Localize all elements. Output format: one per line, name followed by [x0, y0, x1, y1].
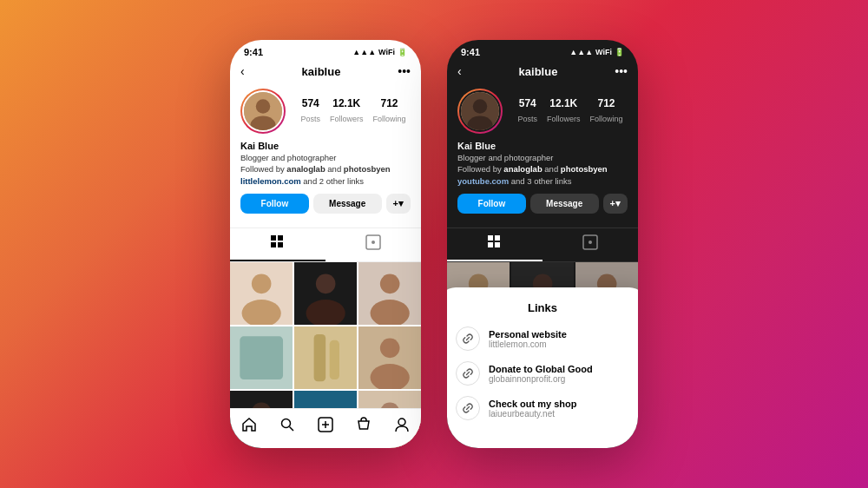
followers-label-light: Followers: [330, 115, 364, 123]
link-info-1: Personal website littlelemon.com: [489, 329, 567, 349]
following-number-dark: 712: [589, 97, 622, 109]
stat-following-dark[interactable]: 712 Following: [589, 97, 622, 125]
more-button-light[interactable]: •••: [398, 64, 411, 78]
avatar-light[interactable]: [240, 89, 286, 134]
person-button-dark[interactable]: +▾: [603, 194, 628, 214]
username-dark: kaiblue: [519, 65, 558, 78]
followers-label-dark: Followers: [547, 115, 581, 123]
stat-followers-light[interactable]: 12.1K Followers: [330, 97, 364, 125]
bio-link-light[interactable]: littlelemon.com: [240, 176, 301, 186]
username-light: kaiblue: [302, 65, 341, 78]
bio-followed-light: Followed by analoglab and photosbyen: [240, 164, 391, 174]
follow-button-dark[interactable]: Follow: [457, 194, 526, 214]
message-button-dark[interactable]: Message: [530, 194, 599, 214]
nav-add-light[interactable]: [317, 416, 334, 438]
link-title-1: Personal website: [489, 329, 567, 340]
grid-cell-2[interactable]: [294, 262, 357, 325]
svg-rect-22: [330, 340, 339, 379]
followers-number-dark: 12.1K: [547, 97, 581, 109]
tab-tag-dark[interactable]: [542, 228, 638, 261]
bio-link-dark[interactable]: youtube.com: [457, 176, 509, 186]
svg-rect-3: [271, 235, 276, 241]
svg-rect-19: [240, 336, 283, 379]
bio-link-suffix-light: and 2 other links: [301, 176, 364, 186]
link-url-1: littlelemon.com: [489, 340, 567, 349]
nav-bar-dark: ‹ kaiblue •••: [447, 61, 638, 83]
bio-name-dark: Kai Blue: [457, 141, 628, 151]
action-buttons-dark: Follow Message +▾: [457, 194, 628, 214]
back-button-dark[interactable]: ‹: [457, 64, 462, 78]
bio-name-light: Kai Blue: [240, 141, 411, 151]
nav-bar-light: ‹ kaiblue •••: [230, 61, 421, 83]
message-button-light[interactable]: Message: [313, 194, 382, 214]
svg-point-40: [398, 419, 405, 425]
phone-light: 9:41 ▲▲▲ WiFi 🔋 ‹ kaiblue •••: [230, 40, 421, 448]
stat-following-light[interactable]: 712 Following: [372, 97, 405, 125]
following-label-light: Following: [372, 115, 405, 123]
profile-section-light: 574 Posts 12.1K Followers 712 Following …: [230, 83, 421, 228]
svg-rect-4: [278, 235, 283, 241]
link-title-3: Check out my shop: [489, 399, 576, 409]
svg-line-36: [290, 427, 294, 432]
link-item-3[interactable]: Check out my shop laiueurbeauty.net: [456, 396, 629, 420]
follow-button-light[interactable]: Follow: [240, 194, 309, 214]
followers-number-light: 12.1K: [330, 97, 364, 109]
link-item-2[interactable]: Donate to Global Good globainnonprofit.o…: [456, 361, 629, 386]
bio-text-dark: Blogger and photographer Followed by ana…: [457, 152, 628, 187]
svg-point-8: [372, 241, 375, 244]
bottom-nav-light: [230, 408, 421, 448]
grid-cell-1[interactable]: [230, 262, 293, 325]
bio-line1-light: Blogger and photographer: [240, 153, 336, 162]
tab-icons-light: [230, 228, 421, 262]
stats-light: 574 Posts 12.1K Followers 712 Following: [296, 97, 411, 125]
posts-label-dark: Posts: [517, 115, 537, 123]
following-number-light: 712: [372, 97, 405, 109]
tab-grid-light[interactable]: [230, 228, 326, 261]
grid-cell-6[interactable]: [358, 326, 421, 389]
bio-link-suffix-dark: and 3 other links: [509, 176, 571, 186]
more-button-dark[interactable]: •••: [615, 64, 628, 78]
grid-cell-4[interactable]: [230, 326, 293, 389]
stat-posts-dark[interactable]: 574 Posts: [517, 97, 537, 125]
signal-icon: ▲▲▲: [352, 48, 376, 56]
tab-tag-light[interactable]: [326, 228, 421, 261]
wifi-dark: WiFi: [595, 48, 612, 56]
svg-rect-45: [495, 235, 500, 241]
grid-cell-3[interactable]: [358, 262, 421, 325]
phones-container: 9:41 ▲▲▲ WiFi 🔋 ‹ kaiblue •••: [230, 40, 638, 448]
link-item-1[interactable]: Personal website littlelemon.com: [456, 326, 629, 351]
back-button-light[interactable]: ‹: [240, 64, 245, 78]
stat-followers-dark[interactable]: 12.1K Followers: [547, 97, 581, 125]
stat-posts-light[interactable]: 574 Posts: [300, 97, 320, 125]
link-info-3: Check out my shop laiueurbeauty.net: [489, 399, 576, 419]
svg-rect-21: [313, 334, 326, 381]
grid-cell-5[interactable]: [294, 326, 357, 389]
link-title-2: Donate to Global Good: [489, 364, 593, 374]
link-icon-3: [456, 396, 480, 420]
nav-shop-light[interactable]: [355, 416, 372, 438]
status-icons-dark: ▲▲▲ WiFi 🔋: [569, 48, 624, 56]
svg-rect-46: [488, 242, 493, 247]
bio-line1-dark: Blogger and photographer: [457, 153, 553, 162]
nav-search-light[interactable]: [279, 416, 296, 438]
link-url-3: laiueurbeauty.net: [489, 409, 576, 419]
battery-dark: 🔋: [615, 48, 624, 56]
bio-section-dark: Kai Blue Blogger and photographer Follow…: [457, 141, 628, 187]
nav-home-light[interactable]: [240, 416, 258, 438]
posts-number-light: 574: [300, 97, 320, 109]
svg-point-1: [256, 99, 271, 114]
tab-grid-dark[interactable]: [447, 228, 542, 261]
svg-point-35: [282, 419, 291, 428]
wifi-icon: WiFi: [378, 48, 395, 56]
status-bar-light: 9:41 ▲▲▲ WiFi 🔋: [230, 40, 421, 61]
svg-rect-47: [495, 242, 500, 247]
person-button-light[interactable]: +▾: [386, 194, 411, 214]
link-icon-1: [456, 326, 480, 351]
status-bar-dark: 9:41 ▲▲▲ WiFi 🔋: [447, 40, 638, 61]
nav-profile-light[interactable]: [393, 416, 411, 438]
link-info-2: Donate to Global Good globainnonprofit.o…: [489, 364, 593, 384]
svg-rect-5: [271, 242, 276, 247]
profile-top-dark: 574 Posts 12.1K Followers 712 Following: [457, 89, 628, 134]
avatar-dark[interactable]: [457, 89, 503, 134]
svg-rect-6: [278, 242, 283, 247]
